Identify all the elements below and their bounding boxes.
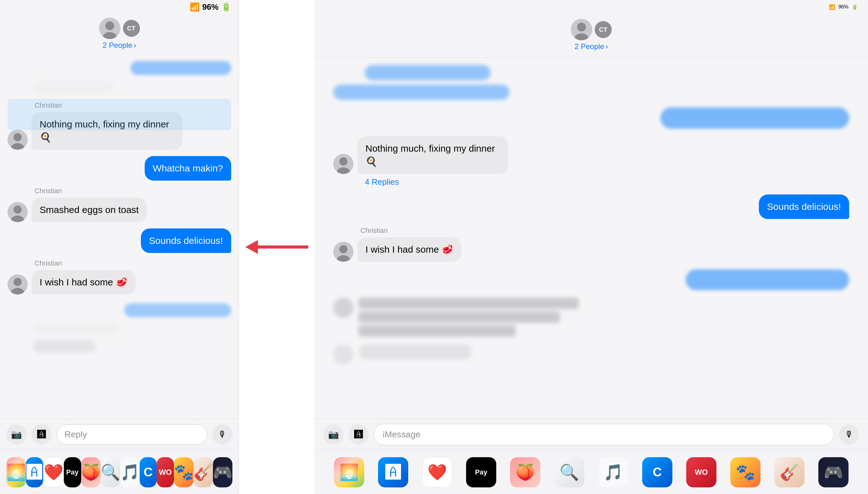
msg-avatar-3 — [7, 202, 28, 222]
ipad-bubble-2: Sounds delicious! — [759, 194, 849, 219]
dock-peach[interactable]: 🍑 — [81, 457, 101, 488]
bubble-3: Smashed eggs on toast — [32, 197, 147, 222]
msg-group-3: Christian Smashed eggs on toast — [7, 187, 231, 222]
ipad-panel: 📶 96% 🔋 CT 2 People › — [315, 0, 868, 494]
avatar-ct: CT — [123, 20, 140, 37]
ipad-msg-avatar-3 — [333, 242, 354, 262]
arrow-head — [245, 240, 258, 254]
ipad-dock-photos[interactable]: 🌅 — [334, 457, 364, 488]
ipad-bubble-1: Nothing much, fixing my dinner 🍳 — [357, 136, 508, 174]
svg-point-13 — [577, 23, 586, 32]
ipad-dock-applepay[interactable]: Pay — [466, 457, 496, 488]
ipad-mic-button[interactable]: 🎙 — [839, 424, 859, 444]
appstore-button[interactable]: 🅰 — [32, 424, 52, 444]
phone-panel: 📶 96% 🔋 CT 2 People › — [0, 0, 239, 494]
ipad-input-bar: 📷 🅰 iMessage 🎙 — [315, 418, 868, 450]
bubble-4: Sounds delicious! — [141, 228, 231, 253]
ipad-camera-button[interactable]: 📷 — [323, 424, 343, 444]
mic-button[interactable]: 🎙 — [212, 424, 232, 444]
battery-icon: 🔋 — [221, 2, 231, 12]
msg-row-3: Smashed eggs on toast — [7, 197, 231, 222]
avatars-row: CT — [99, 18, 140, 39]
ipad-avatars-row: CT — [571, 19, 612, 40]
phone-chat-area: Christian Nothing much, fixing my dinner… — [0, 55, 239, 418]
ipad-avatar-christian — [571, 19, 592, 40]
ipad-imessage-input[interactable]: iMessage — [374, 424, 834, 445]
ipad-dock-guitar[interactable]: 🎸 — [774, 457, 805, 488]
ipad-sender-name-3: Christian — [360, 227, 849, 235]
ipad-dock-appstore[interactable]: 🅰 — [378, 457, 408, 488]
ipad-dock-music[interactable]: 🎵 — [598, 457, 628, 488]
dock-magnify[interactable]: 🔍 — [101, 457, 120, 488]
sender-name-5: Christian — [35, 259, 231, 267]
reply-input[interactable]: Reply — [57, 424, 207, 444]
ipad-dock-word[interactable]: WO — [686, 457, 716, 488]
ipad-msg-avatar-1 — [333, 154, 354, 174]
svg-point-10 — [14, 278, 22, 286]
ipad-battery-icon: 🔋 — [852, 4, 858, 10]
ipad-msg-row-3: I wish I had some 🥩 — [333, 237, 849, 262]
ipad-msg-row-1: Nothing much, fixing my dinner 🍳 — [333, 136, 849, 174]
ipad-dock-health[interactable]: ❤️ — [422, 457, 452, 488]
avatar-christian — [99, 18, 120, 39]
ipad-dock-pet[interactable]: 🐾 — [730, 457, 761, 488]
ipad-conv-header: CT 2 People › — [315, 14, 868, 58]
dock-word[interactable]: WO — [157, 457, 174, 488]
phone-conv-header: CT 2 People › — [0, 14, 239, 55]
ipad-msg-group-3: Christian I wish I had some 🥩 — [333, 227, 849, 262]
ipad-conv-title[interactable]: 2 People › — [575, 42, 608, 51]
ipad-dock-peach[interactable]: 🍑 — [510, 457, 540, 488]
wifi-icon: 📶 — [190, 2, 200, 12]
ipad-appstore-button[interactable]: 🅰 — [349, 424, 369, 444]
svg-point-16 — [339, 157, 348, 166]
msg-group-5: Christian I wish I had some 🥩 — [7, 259, 231, 294]
arrow-shaft — [258, 245, 308, 249]
msg-row-5: I wish I had some 🥩 — [7, 270, 231, 294]
battery-percent: 96% — [202, 2, 219, 12]
ipad-status-bar: 📶 96% 🔋 — [315, 0, 868, 14]
dock-guitar[interactable]: 🎸 — [193, 457, 213, 488]
ipad-dock-capp[interactable]: C — [642, 457, 672, 488]
camera-button[interactable]: 📷 — [6, 424, 26, 444]
dock-capp[interactable]: C — [140, 457, 157, 488]
ipad-msg-group-1: Nothing much, fixing my dinner 🍳 4 Repli… — [333, 136, 849, 187]
msg-avatar-1 — [7, 130, 28, 150]
phone-input-bar: 📷 🅰 Reply 🎙 — [0, 418, 239, 450]
svg-point-4 — [14, 133, 22, 141]
dock-game[interactable]: 🎮 — [213, 457, 232, 488]
dock-pet[interactable]: 🐾 — [174, 457, 193, 488]
svg-point-19 — [339, 245, 348, 253]
phone-status-bar: 📶 96% 🔋 — [0, 0, 239, 14]
ipad-dock-game[interactable]: 🎮 — [818, 457, 848, 488]
status-icons: 📶 96% 🔋 — [190, 2, 231, 12]
msg-row-4: Sounds delicious! — [7, 228, 231, 253]
conv-title[interactable]: 2 People › — [102, 41, 136, 50]
sender-name-3: Christian — [35, 187, 231, 195]
ipad-dock-magnify[interactable]: 🔍 — [554, 457, 584, 488]
arrow — [245, 240, 308, 254]
phone-dock: 🌅 🅰 ❤️ Pay 🍑 🔍 🎵 C WO 🐾 🎸 🎮 — [0, 450, 239, 494]
dock-applepay[interactable]: Pay — [64, 457, 81, 488]
bubble-2: Whatcha makin? — [145, 156, 231, 180]
ipad-battery-pct: 96% — [839, 4, 848, 10]
ipad-avatar-ct: CT — [595, 21, 612, 38]
svg-point-1 — [105, 21, 114, 30]
bubble-5: I wish I had some 🥩 — [32, 270, 136, 294]
ipad-chat-area: Nothing much, fixing my dinner 🍳 4 Repli… — [315, 58, 868, 418]
ipad-wifi-icon: 📶 — [829, 4, 835, 10]
dock-photos[interactable]: 🌅 — [6, 457, 26, 488]
dock-appstore[interactable]: 🅰 — [26, 457, 43, 488]
arrow-container — [239, 0, 315, 494]
msg-avatar-5 — [7, 274, 28, 294]
msg-row-2: Whatcha makin? — [7, 156, 231, 180]
ipad-bubble-3: I wish I had some 🥩 — [357, 237, 461, 262]
svg-point-7 — [14, 206, 22, 214]
ipad-dock: 🌅 🅰 ❤️ Pay 🍑 🔍 🎵 C WO 🐾 🎸 🎮 — [315, 450, 868, 494]
dock-music[interactable]: 🎵 — [120, 457, 140, 488]
dock-health[interactable]: ❤️ — [43, 457, 64, 488]
ipad-msg-row-2: Sounds delicious! — [333, 194, 849, 219]
thread-replies-btn[interactable]: 4 Replies — [365, 177, 849, 187]
